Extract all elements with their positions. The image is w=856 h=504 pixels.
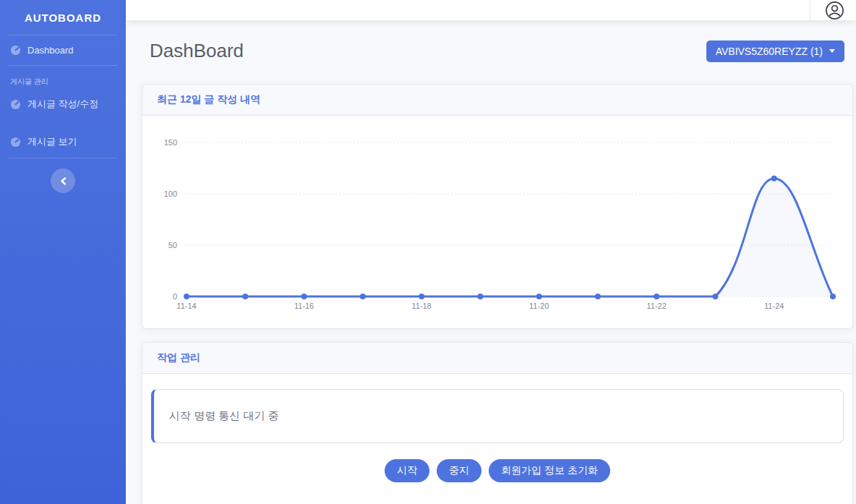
user-menu-button[interactable]: [825, 1, 844, 20]
stop-button[interactable]: 중지: [437, 459, 482, 482]
y-tick-label: 0: [173, 292, 177, 301]
x-tick-label: 11-16: [294, 302, 314, 310]
sidebar-divider: [9, 158, 117, 158]
data-point: [595, 294, 601, 299]
chart-card-body: 05010015011-1411-1611-1811-2011-2211-24: [142, 116, 852, 328]
y-tick-label: 100: [164, 189, 177, 198]
chart-card-header: 최근 12일 글 작성 내역: [142, 85, 852, 116]
sidebar-item-post-view[interactable]: 게시글 보기: [0, 126, 126, 158]
task-card-header: 작업 관리: [142, 343, 852, 374]
sidebar-brand[interactable]: AUTOBOARD: [0, 0, 126, 35]
chevron-left-icon: [60, 177, 67, 185]
sidebar-section-heading: 게시글 관리: [10, 77, 116, 87]
data-point: [477, 294, 483, 299]
x-tick-label: 11-22: [647, 302, 667, 310]
account-dropdown-label: AVBIVS5Z60REYZZ (1): [716, 46, 823, 57]
data-point: [536, 294, 542, 299]
gauge-icon: [10, 45, 21, 56]
page-header: DashBoard AVBIVS5Z60REYZZ (1): [126, 40, 856, 62]
sidebar-item-label: 게시글 작성/수정: [27, 98, 98, 111]
data-point: [419, 294, 424, 299]
sidebar-collapse-button[interactable]: [51, 168, 75, 193]
data-point: [184, 294, 189, 299]
y-tick-label: 50: [168, 241, 177, 249]
data-point: [301, 294, 307, 299]
reset-signup-info-button[interactable]: 회원가입 정보 초기화: [489, 459, 610, 482]
task-button-row: 시작 중지 회원가입 정보 초기화: [151, 459, 844, 482]
sidebar-toggle-wrap: [0, 168, 126, 193]
user-circle-icon: [825, 1, 844, 20]
data-point: [654, 294, 659, 299]
topbar: [126, 0, 856, 20]
sidebar: AUTOBOARD Dashboard 게시글 관리 게시글 작성/수정: [0, 0, 126, 504]
task-management-card: 작업 관리 시작 명령 통신 대기 중 시작 중지 회원가입 정보 초기화: [142, 342, 853, 504]
x-tick-label: 11-18: [411, 302, 431, 310]
data-point: [830, 294, 836, 299]
sidebar-item-label: Dashboard: [27, 45, 74, 56]
data-point: [242, 294, 248, 299]
gauge-icon: [10, 137, 21, 148]
task-card-body: 시작 명령 통신 대기 중 시작 중지 회원가입 정보 초기화: [142, 374, 852, 504]
topbar-divider: [810, 0, 810, 20]
area-fill: [187, 179, 833, 296]
caret-down-icon: [829, 49, 835, 53]
main-area: DashBoard AVBIVS5Z60REYZZ (1) 최근 12일 글 작…: [126, 0, 856, 504]
x-tick-label: 11-24: [764, 302, 784, 310]
gauge-icon: [10, 99, 21, 110]
page-content: DashBoard AVBIVS5Z60REYZZ (1) 최근 12일 글 작…: [126, 20, 856, 504]
sidebar-item-dashboard[interactable]: Dashboard: [0, 35, 126, 65]
status-message: 시작 명령 통신 대기 중: [169, 409, 279, 422]
line-chart: 05010015011-1411-1611-1811-2011-2211-24: [153, 116, 844, 312]
sidebar-divider: [9, 65, 117, 66]
start-button[interactable]: 시작: [385, 459, 429, 482]
data-point: [712, 294, 718, 299]
y-tick-label: 150: [164, 138, 177, 147]
recent-posts-chart-card: 최근 12일 글 작성 내역 05010015011-1411-1611-181…: [142, 84, 853, 329]
spacer: [0, 120, 126, 126]
app-root: AUTOBOARD Dashboard 게시글 관리 게시글 작성/수정: [0, 0, 856, 504]
account-dropdown-button[interactable]: AVBIVS5Z60REYZZ (1): [706, 40, 844, 62]
sidebar-item-label: 게시글 보기: [27, 135, 77, 148]
x-tick-label: 11-14: [176, 302, 196, 310]
data-point: [771, 176, 777, 181]
data-point: [360, 294, 366, 299]
page-title: DashBoard: [150, 40, 244, 62]
x-tick-label: 11-20: [529, 302, 549, 310]
sidebar-item-post-write-edit[interactable]: 게시글 작성/수정: [0, 88, 126, 120]
status-alert: 시작 명령 통신 대기 중: [151, 389, 844, 443]
